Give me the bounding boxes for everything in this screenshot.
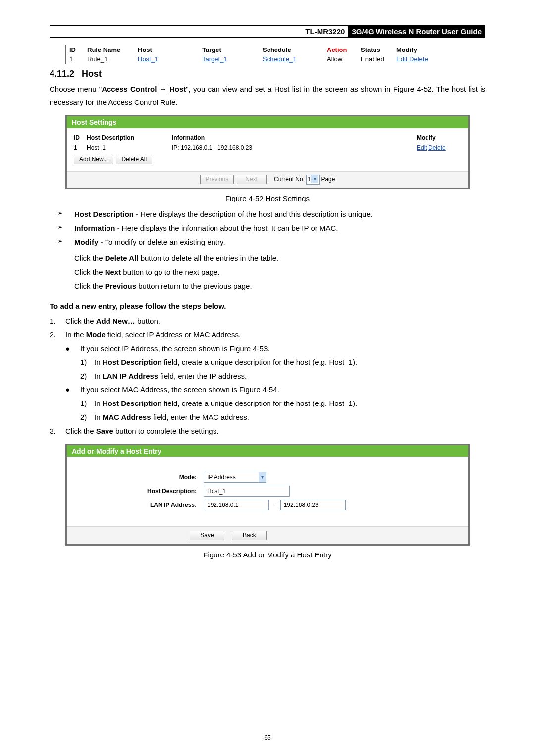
- intro-text: Choose menu ": [50, 85, 102, 93]
- section-number: 4.11.2: [50, 69, 74, 79]
- add-host-title: Add or Modify a Host Entry: [67, 445, 468, 457]
- section-heading: 4.11.2 Host: [50, 69, 485, 79]
- chevron-down-icon: ▾: [259, 472, 266, 483]
- page-number: -65-: [0, 734, 535, 741]
- rule-id: 1: [66, 54, 84, 64]
- rule-table: ID Rule Name Host Target Schedule Action…: [65, 45, 470, 64]
- rule-row: 1 Rule_1 Host_1 Target_1 Schedule_1 Allo…: [66, 54, 470, 64]
- subnum-1-1: 1): [80, 355, 94, 369]
- rule-header-name: Rule Name: [84, 45, 135, 54]
- arrow-icon: →: [157, 85, 169, 93]
- disc-1-text: If you select IP Address, the screen sho…: [80, 342, 485, 355]
- rule-header-status: Status: [358, 45, 393, 54]
- rule-header-host: Host: [135, 45, 199, 54]
- host-edit-link[interactable]: Edit: [417, 144, 427, 151]
- next-button[interactable]: Next: [237, 175, 267, 184]
- d2s1a: In: [94, 399, 103, 407]
- step-2-c: field, select IP Address or MAC Address.: [106, 330, 241, 339]
- save-button[interactable]: Save: [190, 531, 224, 540]
- host-row: 1 Host_1 IP: 192.168.0.1 - 192.168.0.23 …: [74, 144, 461, 151]
- back-button[interactable]: Back: [232, 531, 267, 540]
- bullet-1-text: Here displays the description of the hos…: [138, 210, 373, 218]
- step-2-num: 2.: [50, 328, 65, 342]
- add-new-button[interactable]: Add New...: [74, 155, 113, 164]
- disc-icon: ●: [65, 342, 80, 355]
- step-1-num: 1.: [50, 314, 65, 328]
- header-title: 3G/4G Wireless N Router User Guide: [348, 26, 485, 37]
- mode-label: Mode:: [123, 474, 204, 481]
- d1s1a: In: [94, 358, 103, 366]
- sub-2-a: Click the: [74, 268, 105, 276]
- host-delete-link[interactable]: Delete: [428, 144, 446, 151]
- step-3-a: Click the: [65, 427, 96, 435]
- page-label: Page: [321, 176, 335, 183]
- sub-1-a: Click the: [74, 254, 105, 262]
- sub-3-a: Click the: [74, 282, 105, 290]
- sub-1-b: Delete All: [105, 254, 139, 262]
- step-2-b: Mode: [86, 330, 106, 339]
- previous-button[interactable]: Previous: [200, 175, 234, 184]
- rule-name: Rule_1: [84, 54, 135, 64]
- sub-2-c: button to go to the next page.: [121, 268, 219, 276]
- host-settings-title: Host Settings: [67, 116, 468, 128]
- rule-action: Allow: [324, 54, 358, 64]
- bullet-3-text: To modify or delete an existing entry.: [103, 238, 225, 246]
- header-model: TL-MR3220: [50, 26, 348, 37]
- current-no-label: Current No.: [274, 176, 305, 183]
- disc-2-text: If you select MAC Address, the screen sh…: [80, 383, 485, 397]
- host-hdr-modify: Modify: [417, 134, 461, 141]
- step-2-a: In the: [65, 330, 86, 339]
- rule-header-target: Target: [199, 45, 260, 54]
- bullet-3-head: Modify -: [74, 238, 103, 246]
- subnum-1-2: 2): [80, 369, 94, 383]
- disc-icon: ●: [65, 383, 80, 397]
- section-intro: Choose menu "Access Control → Host", you…: [50, 82, 485, 109]
- section-title: Host: [82, 69, 102, 79]
- delete-all-button[interactable]: Delete All: [116, 155, 152, 164]
- host-id: 1: [74, 144, 87, 151]
- ip-to-input[interactable]: 192.168.0.23: [280, 500, 346, 510]
- host-desc-input[interactable]: Host_1: [204, 486, 290, 497]
- bullet-1-head: Host Description -: [74, 210, 138, 218]
- pager: Previous Next Current No. 1▾ Page: [67, 171, 468, 188]
- bullet-icon: ➢: [57, 221, 74, 235]
- d1s1c: field, create a unique description for t…: [162, 358, 357, 366]
- sub-2-b: Next: [105, 268, 121, 276]
- sub-3-c: button return to the previous page.: [136, 282, 252, 290]
- host-hdr-info: Information: [172, 134, 417, 141]
- rule-target-link[interactable]: Target_1: [202, 55, 227, 63]
- step-3-num: 3.: [50, 424, 65, 438]
- chevron-down-icon: ▾: [311, 175, 318, 183]
- step-1-a: Click the: [65, 317, 96, 325]
- add-host-caption: Figure 4-53 Add or Modify a Host Entry: [50, 551, 485, 559]
- step-1-b: Add New…: [96, 317, 135, 325]
- rule-delete-link[interactable]: Delete: [409, 55, 428, 63]
- d2s1c: field, create a unique description for t…: [162, 399, 357, 407]
- d1s1b: Host Description: [103, 358, 162, 366]
- rule-host-link[interactable]: Host_1: [138, 55, 158, 63]
- lan-ip-label: LAN IP Address:: [123, 502, 204, 508]
- ip-dash: -: [270, 502, 278, 508]
- ip-from-input[interactable]: 192.168.0.1: [204, 500, 269, 510]
- bullet-icon: ➢: [57, 207, 74, 221]
- host-fig-caption: Figure 4-52 Host Settings: [50, 194, 485, 202]
- sub-3-b: Previous: [105, 282, 136, 290]
- page-select[interactable]: 1▾: [306, 175, 320, 185]
- rule-header-id: ID: [66, 45, 84, 54]
- step-3-b: Save: [96, 427, 113, 435]
- intro-bold-ac: Access Control: [102, 85, 157, 93]
- rule-header-schedule: Schedule: [260, 45, 324, 54]
- page-header: TL-MR3220 3G/4G Wireless N Router User G…: [50, 26, 485, 38]
- d1s2b: LAN IP Address: [103, 372, 159, 380]
- host-desc: Host_1: [87, 144, 172, 151]
- step-3-c: button to complete the settings.: [113, 427, 219, 435]
- d2s1b: Host Description: [103, 399, 162, 407]
- rule-schedule-link[interactable]: Schedule_1: [263, 55, 297, 63]
- bullet-2-head: Information -: [74, 224, 120, 232]
- rule-header-action: Action: [324, 45, 358, 54]
- d1s2c: field, enter the IP address.: [158, 372, 247, 380]
- d2s2b: MAC Address: [103, 413, 151, 421]
- mode-select[interactable]: IP Address: [204, 472, 259, 483]
- rule-header-modify: Modify: [393, 45, 443, 54]
- rule-edit-link[interactable]: Edit: [396, 55, 407, 63]
